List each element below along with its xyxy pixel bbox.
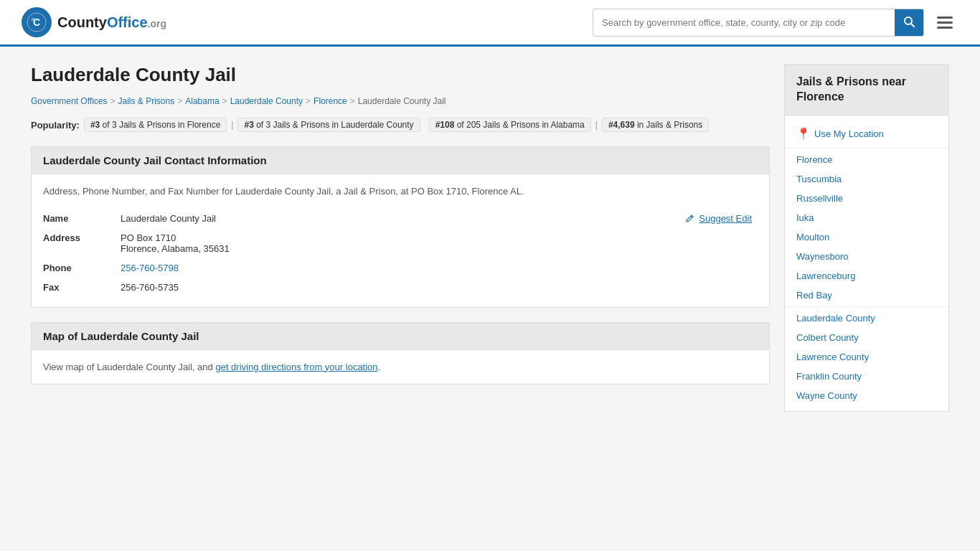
breadcrumb-item-gov-offices[interactable]: Government Offices	[31, 96, 108, 106]
table-row-phone: Phone 256-760-5798	[43, 258, 758, 278]
address-line2: Florence, Alabama, 35631	[121, 243, 752, 254]
page-title: Lauderdale County Jail	[31, 64, 770, 86]
popularity-item-2: #3 of 3 Jails & Prisons in Lauderdale Co…	[237, 118, 420, 132]
table-row-fax: Fax 256-760-5735	[43, 278, 758, 297]
popularity-item-1: #3 of 3 Jails & Prisons in Florence	[84, 118, 227, 132]
suggest-edit-button[interactable]: Suggest Edit	[685, 213, 752, 224]
address-line1: PO Box 1710	[121, 232, 752, 243]
sidebar-item-russellville: Russellville	[785, 189, 948, 208]
contact-section: Address, Phone Number, and Fax Number fo…	[31, 174, 770, 308]
sidebar: Jails & Prisons near Florence 📍 Use My L…	[784, 64, 949, 412]
map-desc-prefix: View map of Lauderdale County Jail, and	[43, 362, 215, 372]
sidebar-item-waynesboro: Waynesboro	[785, 247, 948, 266]
fax-label: Fax	[43, 278, 115, 297]
sidebar-box: Jails & Prisons near Florence 📍 Use My L…	[784, 64, 949, 412]
name-label: Name	[43, 209, 115, 228]
hamburger-menu-button[interactable]	[931, 14, 958, 32]
sidebar-divider-2	[785, 306, 948, 307]
sidebar-item-franklin-county: Franklin County	[785, 367, 948, 386]
sidebar-item-colbert-county: Colbert County	[785, 328, 948, 347]
content-area: Lauderdale County Jail Government Office…	[31, 64, 770, 412]
address-label: Address	[43, 228, 115, 258]
popularity-label: Popularity:	[31, 120, 80, 131]
sidebar-item-tuscumbia: Tuscumbia	[785, 169, 948, 189]
sidebar-item-red-bay: Red Bay	[785, 286, 948, 305]
logo-text: CountyOffice.org	[57, 14, 166, 31]
breadcrumb-item-florence[interactable]: Florence	[314, 96, 347, 106]
search-input[interactable]	[593, 11, 895, 34]
sidebar-item-iuka: Iuka	[785, 208, 948, 227]
sidebar-list: 📍 Use My Location Florence Tuscumbia Rus…	[785, 116, 948, 411]
sidebar-title: Jails & Prisons near Florence	[785, 65, 948, 116]
page-header: C CountyOffice.org	[0, 0, 980, 47]
sidebar-item-lauderdale-county: Lauderdale County	[785, 309, 948, 328]
breadcrumb: Government Offices > Jails & Prisons > A…	[31, 96, 770, 106]
location-pin-icon: 📍	[796, 127, 811, 141]
sidebar-item-lawrenceburg: Lawrenceburg	[785, 266, 948, 286]
use-location-label: Use My Location	[814, 128, 884, 139]
phone-label: Phone	[43, 258, 115, 278]
breadcrumb-item-jails[interactable]: Jails & Prisons	[118, 96, 175, 106]
sidebar-item-wayne-county: Wayne County	[785, 386, 948, 405]
name-value-cell: Lauderdale County Jail Suggest Edit	[115, 209, 758, 228]
contact-description: Address, Phone Number, and Fax Number fo…	[43, 184, 758, 199]
map-section: View map of Lauderdale County Jail, and …	[31, 350, 770, 385]
search-area	[593, 9, 958, 37]
sidebar-item-florence: Florence	[785, 150, 948, 169]
sidebar-item-lawrence-county: Lawrence County	[785, 347, 948, 367]
svg-line-3	[911, 24, 914, 27]
address-value: PO Box 1710 Florence, Alabama, 35631	[115, 228, 758, 258]
search-button[interactable]	[895, 9, 923, 36]
map-description: View map of Lauderdale County Jail, and …	[43, 360, 758, 375]
logo-icon: C	[22, 7, 52, 37]
logo[interactable]: C CountyOffice.org	[22, 7, 166, 37]
map-section-header: Map of Lauderdale County Jail	[31, 322, 770, 350]
phone-value[interactable]: 256-760-5798	[121, 263, 179, 273]
popularity-bar: Popularity: #3 of 3 Jails & Prisons in F…	[31, 118, 770, 132]
contact-section-header: Lauderdale County Jail Contact Informati…	[31, 146, 770, 174]
fax-value: 256-760-5735	[115, 278, 758, 297]
name-value: Lauderdale County Jail	[121, 213, 216, 224]
driving-directions-link[interactable]: get driving directions from your locatio…	[215, 362, 377, 372]
table-row-address: Address PO Box 1710 Florence, Alabama, 3…	[43, 228, 758, 258]
breadcrumb-item-alabama[interactable]: Alabama	[185, 96, 219, 106]
breadcrumb-item-current: Lauderdale County Jail	[358, 96, 446, 106]
use-my-location-button[interactable]: 📍 Use My Location	[785, 121, 948, 146]
popularity-item-4: #4,639 in Jails & Prisons	[602, 118, 709, 132]
popularity-item-3: #108 of 205 Jails & Prisons in Alabama	[429, 118, 591, 132]
table-row-name: Name Lauderdale County Jail Suggest Edit	[43, 209, 758, 228]
map-desc-suffix: .	[378, 362, 381, 372]
sidebar-divider	[785, 148, 948, 149]
suggest-edit-label: Suggest Edit	[699, 213, 752, 224]
search-box	[593, 9, 924, 37]
sidebar-item-moulton: Moulton	[785, 227, 948, 247]
breadcrumb-item-lauderdale[interactable]: Lauderdale County	[230, 96, 303, 106]
main-container: Lauderdale County Jail Government Office…	[17, 47, 963, 429]
contact-table: Name Lauderdale County Jail Suggest Edit	[43, 209, 758, 297]
